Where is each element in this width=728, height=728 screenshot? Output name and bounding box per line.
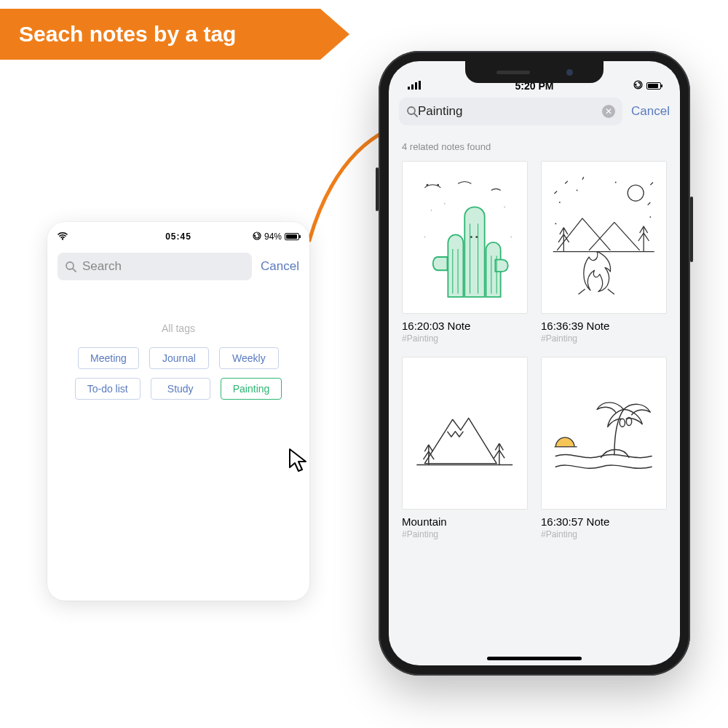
svg-point-33	[650, 217, 652, 218]
tag-list: Meeting Journal Weekly To-do list Study …	[47, 334, 309, 400]
tag-todolist[interactable]: To-do list	[75, 378, 141, 400]
svg-point-22	[444, 204, 445, 205]
battery-icon	[285, 233, 299, 240]
phone-notch	[465, 61, 604, 83]
phone-frame: 5:20 PM Painting ✕ Cancel 4 related note…	[379, 51, 690, 676]
banner-title: Seach notes by a tag	[19, 22, 236, 47]
note-tag: #Painting	[541, 529, 667, 539]
svg-point-32	[615, 182, 617, 183]
search-icon	[65, 261, 76, 272]
phone-cancel-button[interactable]: Cancel	[631, 104, 670, 119]
note-title: 16:20:03 Note	[402, 320, 528, 332]
tablet-clock: 05:45	[47, 232, 309, 242]
banner: Seach notes by a tag	[0, 9, 349, 60]
phone-search-row: Painting ✕ Cancel	[399, 98, 670, 125]
svg-point-20	[476, 237, 478, 239]
results-count: 4 related notes found	[389, 125, 680, 158]
clear-icon[interactable]: ✕	[602, 105, 615, 118]
svg-point-21	[431, 210, 432, 211]
note-thumbnail	[402, 161, 528, 314]
svg-point-26	[628, 186, 644, 202]
svg-line-10	[414, 114, 417, 116]
tablet-card: 05:45 94% Search Cancel All tags Meeting…	[47, 222, 309, 601]
phone-search-input[interactable]: Painting ✕	[399, 98, 622, 125]
note-card[interactable]: 16:36:39 Note #Painting	[541, 161, 667, 344]
tablet-search-placeholder: Search	[82, 259, 122, 274]
note-tag: #Painting	[541, 333, 667, 344]
phone-search-query: Painting	[418, 104, 602, 119]
home-indicator[interactable]	[487, 657, 582, 660]
svg-point-24	[424, 237, 425, 237]
tag-painting[interactable]: Painting	[221, 378, 282, 400]
tablet-search-row: Search Cancel	[58, 253, 299, 280]
note-card[interactable]: 16:20:03 Note #Painting	[402, 161, 528, 344]
tag-weekly[interactable]: Weekly	[219, 347, 279, 369]
results-grid: 16:20:03 Note #Painting	[389, 158, 680, 542]
svg-line-3	[73, 269, 76, 272]
svg-point-25	[511, 237, 512, 237]
note-title: 16:36:39 Note	[541, 320, 667, 332]
note-card[interactable]: 16:30:57 Note #Painting	[541, 357, 667, 539]
cursor-icon	[286, 447, 315, 476]
note-thumbnail	[541, 357, 667, 510]
svg-point-12	[438, 185, 439, 186]
battery-icon	[646, 82, 661, 90]
svg-point-11	[427, 185, 428, 186]
search-icon	[406, 106, 418, 117]
tablet-cancel-button[interactable]: Cancel	[261, 259, 299, 274]
note-card[interactable]: Mountain #Painting	[402, 357, 528, 539]
note-tag: #Painting	[402, 529, 528, 539]
note-title: 16:30:57 Note	[541, 515, 667, 528]
tag-study[interactable]: Study	[151, 378, 210, 400]
svg-point-34	[555, 223, 557, 225]
svg-point-30	[559, 202, 561, 203]
tag-journal[interactable]: Journal	[149, 347, 209, 369]
note-title: Mountain	[402, 515, 528, 528]
note-tag: #Painting	[402, 333, 528, 344]
svg-point-19	[470, 237, 472, 239]
tag-meeting[interactable]: Meeting	[78, 347, 139, 369]
all-tags-label: All tags	[47, 323, 309, 334]
phone-screen: 5:20 PM Painting ✕ Cancel 4 related note…	[389, 61, 680, 665]
svg-point-23	[505, 207, 505, 207]
svg-point-39	[620, 419, 625, 427]
note-thumbnail	[402, 357, 528, 510]
svg-point-31	[577, 190, 578, 191]
tablet-search-input[interactable]: Search	[58, 253, 252, 280]
tablet-status-bar: 05:45 94%	[47, 231, 309, 242]
note-thumbnail	[541, 161, 667, 314]
